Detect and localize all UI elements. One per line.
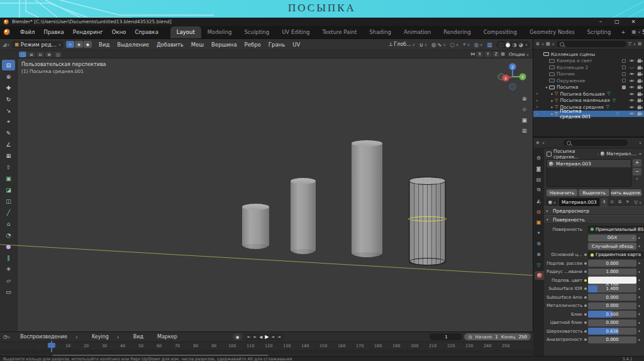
xray-toggle[interactable]: ▥ xyxy=(487,42,492,48)
tool-cursor[interactable]: ⊕ xyxy=(2,71,15,82)
outliner-row-1[interactable]: Камера и свет xyxy=(533,58,644,65)
render-camera-icon[interactable] xyxy=(636,72,644,76)
properties-search-input[interactable] xyxy=(564,140,628,146)
value-slider[interactable]: 0.636 xyxy=(588,328,636,335)
disclosure-icon[interactable]: ▾ xyxy=(544,86,549,89)
minimize-button[interactable]: – xyxy=(592,19,609,25)
filter-icon[interactable]: ▽ xyxy=(634,199,638,205)
unlink-material-icon[interactable]: ✕ xyxy=(625,198,631,206)
decorator-dot[interactable] xyxy=(636,262,641,264)
camera-view-icon[interactable]: ▣ xyxy=(521,117,527,123)
editor-type-icon[interactable]: ◷ xyxy=(3,334,8,340)
menu-Файл[interactable]: Файл xyxy=(16,28,39,36)
select-intersect[interactable]: ◫ xyxy=(54,52,62,57)
render-camera-icon[interactable] xyxy=(636,98,644,103)
ruler-label-150[interactable]: 150 xyxy=(319,343,327,348)
assign-button[interactable]: Назначить xyxy=(547,189,577,196)
tool-extrude-region[interactable]: ⇧ xyxy=(2,162,15,172)
material-slot-list[interactable]: Материал.003 xyxy=(547,159,631,187)
tool-edge-slide[interactable]: ∥ xyxy=(2,252,15,263)
mirror-y-button[interactable]: Y xyxy=(484,52,491,57)
ruler-label-20[interactable]: 20 xyxy=(84,343,89,348)
ruler-label-220[interactable]: 220 xyxy=(447,343,455,348)
panel-surface[interactable]: ▾ Поверхность xyxy=(544,215,644,224)
outliner-row-3[interactable]: Пончик xyxy=(533,71,644,78)
viewport-menu-uv[interactable]: UV xyxy=(289,42,304,48)
ruler-label-250[interactable]: 250 xyxy=(502,343,509,348)
ruler-label-80[interactable]: 80 xyxy=(193,343,198,348)
outliner-row-2[interactable]: Коллекция 2 xyxy=(533,64,644,71)
tab-scripting[interactable]: Scripting xyxy=(581,26,618,38)
material-name-input[interactable]: Материал.003 xyxy=(559,198,599,206)
ruler-label-140[interactable]: 140 xyxy=(301,343,309,348)
next-keyframe-icon[interactable]: ↠ xyxy=(271,335,274,340)
tab-scene[interactable]: ◭ xyxy=(533,196,544,205)
tool-bevel[interactable]: ◪ xyxy=(2,184,15,195)
play-reverse-icon[interactable]: ◀ xyxy=(259,335,262,340)
ruler-label-130[interactable]: 130 xyxy=(283,343,291,348)
tool-poly-build[interactable]: ⌂ xyxy=(2,218,15,229)
outliner-row-9[interactable]: ▸▽Посыпка средняя.001▽ xyxy=(533,111,644,118)
new-material-icon[interactable]: ⧉ xyxy=(616,198,623,206)
menu-Окно[interactable]: Окно xyxy=(108,28,131,36)
render-camera-icon[interactable] xyxy=(636,85,644,89)
material-slot-active[interactable]: Материал.003 xyxy=(547,160,631,167)
tab-rendering[interactable]: Rendering xyxy=(437,26,477,38)
tab-modifiers[interactable]: ✦ xyxy=(533,228,544,237)
exclude-checkbox[interactable] xyxy=(622,72,626,76)
node-link-button[interactable]: Принципиальный BS... xyxy=(588,226,644,233)
tab-physics[interactable]: ⊚ xyxy=(533,239,544,248)
render-camera-icon[interactable] xyxy=(636,105,644,109)
tab-constraints[interactable]: ⊗ xyxy=(533,250,544,258)
users-count-button[interactable]: 4 xyxy=(601,198,608,206)
visibility-eye-icon[interactable] xyxy=(628,105,636,109)
app-menu-icon[interactable] xyxy=(4,29,10,35)
zoom-icon[interactable]: ⊕ xyxy=(522,96,527,102)
viewport-menu-грань[interactable]: Грань xyxy=(265,42,289,48)
outliner-search-input[interactable] xyxy=(557,41,626,47)
tab-data[interactable]: ▽ xyxy=(533,260,544,269)
breadcrumb-material[interactable]: Материал.... xyxy=(606,151,637,157)
ruler-label-200[interactable]: 200 xyxy=(411,343,418,348)
select-subtract[interactable]: ⊟ xyxy=(36,52,44,57)
visibility-eye-icon[interactable] xyxy=(628,85,636,89)
tool-shrink-fatten[interactable]: ✳ xyxy=(2,264,15,274)
cylinder-edit-wireframe[interactable] xyxy=(409,177,446,265)
viewport-menu-меш[interactable]: Меш xyxy=(187,42,208,48)
menu-Правка[interactable]: Правка xyxy=(39,28,68,36)
outliner-row-7[interactable]: ▸▽Посыпка маленькая▽ xyxy=(533,97,644,104)
decorator-dot[interactable] xyxy=(636,305,641,307)
ruler-label-110[interactable]: 110 xyxy=(247,343,254,348)
shading-wireframe-icon[interactable]: ◌ xyxy=(499,42,503,48)
transform-orientation[interactable]: ⟂ Глоб... ∨ xyxy=(389,41,415,48)
select-extend[interactable]: ⊞ xyxy=(28,52,35,57)
pan-hand-icon[interactable]: ⊹ xyxy=(522,106,527,113)
timeline-menu-keying[interactable]: Keying∨ xyxy=(86,334,126,340)
shading-material-icon[interactable]: ◑ xyxy=(512,42,516,48)
remove-slot-button[interactable]: − xyxy=(633,168,641,175)
tool-transform[interactable]: ⌖ xyxy=(2,116,15,127)
exclude-checkbox[interactable] xyxy=(622,65,626,69)
visibility-eye-icon[interactable] xyxy=(628,111,636,116)
ruler-label-240[interactable]: 240 xyxy=(484,343,491,348)
outliner-row-0[interactable]: Коллекция сцены xyxy=(533,51,644,58)
select-set[interactable]: □ xyxy=(19,52,26,57)
render-camera-icon[interactable] xyxy=(636,79,644,83)
tool-tweak-select[interactable]: ⊡ xyxy=(2,60,15,70)
render-camera-icon[interactable] xyxy=(636,92,644,96)
ruler-label-120[interactable]: 120 xyxy=(265,343,272,348)
timeline-menu-вид[interactable]: Вид xyxy=(127,334,150,340)
render-camera-icon[interactable] xyxy=(636,65,644,70)
snap-grid-icon[interactable]: ▦ xyxy=(501,52,505,57)
prev-keyframe-icon[interactable]: ↞ xyxy=(253,335,257,340)
edge-select-mode[interactable]: ◈ xyxy=(75,41,83,48)
frame-end-field[interactable]: 250 xyxy=(519,335,527,340)
snapping-control[interactable]: ∪ ∨ xyxy=(419,42,427,48)
color-swatch[interactable] xyxy=(588,277,636,284)
disclosure-icon[interactable]: ▸ xyxy=(550,105,555,109)
options-dropdown[interactable]: Опции ∨ xyxy=(509,52,529,57)
decorator-dot[interactable] xyxy=(636,288,641,290)
scene-selector[interactable]: ▦ ∨ Scene ⌖ ⧉ ✕ xyxy=(630,28,644,37)
jump-last-icon[interactable]: ⇥ xyxy=(277,335,280,340)
value-slider[interactable]: 0.000 xyxy=(588,336,636,343)
